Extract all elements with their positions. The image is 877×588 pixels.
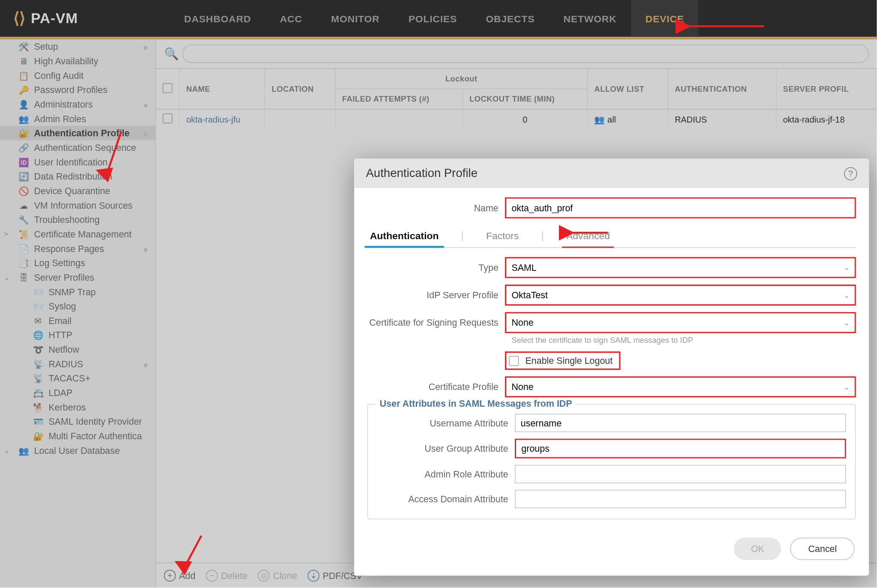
certprof-label: Certificate Profile [367,381,505,392]
chevron-down-icon: ⌄ [844,291,850,300]
dialog-header: Authentication Profile ? [354,159,869,188]
dialog-tabs: Authentication | Factors | Advanced [367,225,856,248]
tab-advanced[interactable]: Advanced [564,225,613,247]
type-label: Type [367,262,505,273]
ok-button[interactable]: OK [734,538,781,560]
ugroup-input[interactable] [516,440,845,457]
uname-label: Username Attribute [377,418,515,428]
name-input[interactable] [506,199,854,217]
accessdom-label: Access Domain Attribute [377,494,515,504]
ugroup-label: User Group Attribute [377,443,515,453]
certprof-select[interactable]: None⌄ [506,378,854,396]
accessdom-input[interactable] [515,490,846,508]
adminrole-label: Admin Role Attribute [377,469,515,479]
slo-checkbox[interactable]: Enable Single Logout [509,355,613,366]
chevron-down-icon: ⌄ [844,263,850,272]
help-icon[interactable]: ? [844,167,857,180]
adminrole-input[interactable] [515,465,846,483]
type-select[interactable]: SAML⌄ [506,258,854,277]
checkbox-icon [509,356,519,366]
uname-input[interactable] [515,414,846,432]
name-label: Name [367,203,505,213]
slo-highlight: Enable Single Logout [505,351,620,370]
signcert-label: Certificate for Signing Requests [367,318,505,328]
dialog-footer: OK Cancel [354,526,869,576]
saml-attributes-fieldset: User Attributes in SAML Messages from ID… [367,404,856,519]
tab-factors[interactable]: Factors [484,225,522,247]
dialog-title: Authentication Profile [366,167,478,180]
certprof-highlight: None⌄ [505,376,856,397]
signcert-select[interactable]: None⌄ [506,313,854,332]
signcert-hint: Select the certificate to sign SAML mess… [511,336,856,345]
signcert-highlight: None⌄ [505,312,856,333]
name-highlight [505,198,856,219]
type-highlight: SAML⌄ [505,257,856,278]
idp-label: IdP Server Profile [367,290,505,300]
auth-profile-dialog: Authentication Profile ? Name Authentica… [354,159,869,576]
tab-authentication[interactable]: Authentication [367,225,442,247]
chevron-down-icon: ⌄ [844,383,850,391]
chevron-down-icon: ⌄ [844,318,850,327]
ugroup-highlight [515,439,846,459]
idp-highlight: OktaTest⌄ [505,285,856,306]
idp-select[interactable]: OktaTest⌄ [506,286,854,304]
cancel-button[interactable]: Cancel [790,538,854,560]
fieldset-legend: User Attributes in SAML Messages from ID… [376,398,576,408]
